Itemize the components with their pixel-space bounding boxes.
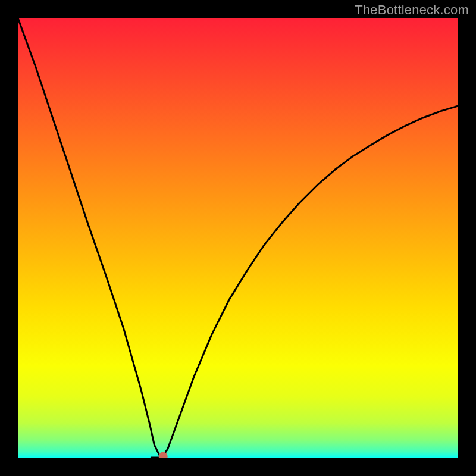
- watermark-text: TheBottleneck.com: [355, 2, 469, 18]
- plot-area: [18, 18, 458, 458]
- curve-svg: [18, 18, 458, 458]
- bottleneck-curve: [18, 18, 458, 458]
- chart-frame: TheBottleneck.com: [0, 0, 476, 476]
- min-point-marker: [159, 452, 168, 459]
